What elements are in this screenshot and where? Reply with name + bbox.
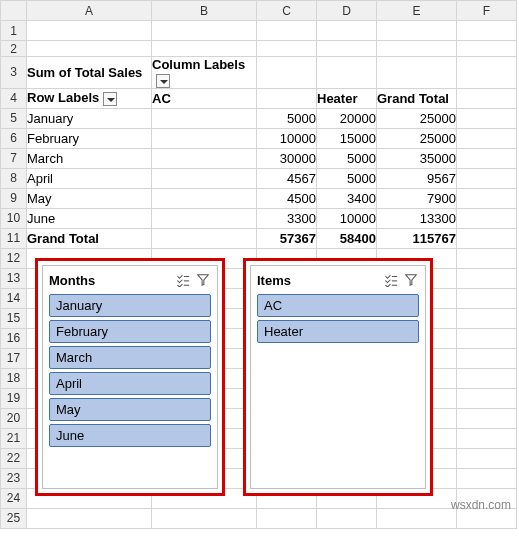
pivot-value[interactable]: 10000 [257,128,317,148]
pivot-row-label[interactable]: March [27,148,152,168]
pivot-value[interactable]: 4500 [257,188,317,208]
pivot-value[interactable]: 35000 [377,148,457,168]
pivot-value[interactable]: 20000 [317,108,377,128]
slicer-items[interactable]: Items AC Heater [243,258,433,496]
pivot-value[interactable]: 5000 [257,108,317,128]
pivot-row-label[interactable]: February [27,128,152,148]
slicer-item[interactable]: AC [257,294,419,317]
slicer-item[interactable]: February [49,320,211,343]
clear-filter-icon[interactable] [195,272,211,288]
col-header-F[interactable]: F [457,1,517,21]
pivot-value[interactable]: 30000 [257,148,317,168]
pivot-value[interactable]: 5000 [317,148,377,168]
pivot-grand-total-label[interactable]: Grand Total [27,228,152,248]
multi-select-icon[interactable] [383,272,399,288]
pivot-col-hdr[interactable]: Heater [317,88,377,108]
row-header[interactable]: 1 [1,21,27,41]
pivot-col-label[interactable]: Column Labels [152,57,257,89]
row-header[interactable]: 11 [1,228,27,248]
select-all-corner[interactable] [1,1,27,21]
row-header[interactable]: 25 [1,508,27,528]
slicer-item[interactable]: March [49,346,211,369]
pivot-value[interactable]: 13300 [377,208,457,228]
row-header[interactable]: 24 [1,488,27,508]
pivot-row-label[interactable]: April [27,168,152,188]
pivot-grand-total[interactable]: 115767 [377,228,457,248]
pivot-grand-total[interactable]: 58400 [317,228,377,248]
slicer-item[interactable]: June [49,424,211,447]
pivot-row-label[interactable]: May [27,188,152,208]
pivot-col-hdr[interactable]: AC [152,88,257,108]
pivot-value[interactable]: 15000 [317,128,377,148]
pivot-value[interactable]: 5000 [317,168,377,188]
pivot-value[interactable]: 3300 [257,208,317,228]
row-header[interactable]: 10 [1,208,27,228]
row-header[interactable]: 6 [1,128,27,148]
slicer-item[interactable]: January [49,294,211,317]
pivot-value[interactable]: 25000 [377,108,457,128]
col-header-C[interactable]: C [257,1,317,21]
pivot-row-label[interactable]: June [27,208,152,228]
row-header[interactable]: 13 [1,268,27,288]
pivot-value[interactable]: 25000 [377,128,457,148]
pivot-value[interactable]: 10000 [317,208,377,228]
row-header[interactable]: 15 [1,308,27,328]
multi-select-icon[interactable] [175,272,191,288]
row-header[interactable]: 9 [1,188,27,208]
pivot-row-label[interactable]: January [27,108,152,128]
row-header[interactable]: 18 [1,368,27,388]
row-header[interactable]: 19 [1,388,27,408]
row-header[interactable]: 16 [1,328,27,348]
slicer-item[interactable]: Heater [257,320,419,343]
clear-filter-icon[interactable] [403,272,419,288]
col-header-B[interactable]: B [152,1,257,21]
pivot-value[interactable]: 7900 [377,188,457,208]
dropdown-icon[interactable] [156,74,170,88]
row-header[interactable]: 4 [1,88,27,108]
watermark: wsxdn.com [451,498,511,512]
row-header[interactable]: 2 [1,41,27,57]
slicer-item[interactable]: April [49,372,211,395]
row-header[interactable]: 7 [1,148,27,168]
pivot-value[interactable]: 3400 [317,188,377,208]
pivot-row-label[interactable]: Row Labels [27,88,152,108]
row-header[interactable]: 12 [1,248,27,268]
row-header[interactable]: 8 [1,168,27,188]
pivot-title[interactable]: Sum of Total Sales [27,57,152,89]
pivot-grand-total[interactable]: 57367 [257,228,317,248]
pivot-col-hdr[interactable]: Grand Total [377,88,457,108]
col-header-E[interactable]: E [377,1,457,21]
row-header[interactable]: 20 [1,408,27,428]
row-header[interactable]: 14 [1,288,27,308]
row-header[interactable]: 5 [1,108,27,128]
col-header-D[interactable]: D [317,1,377,21]
pivot-value[interactable]: 9567 [377,168,457,188]
row-header[interactable]: 23 [1,468,27,488]
pivot-value[interactable]: 4567 [257,168,317,188]
dropdown-icon[interactable] [103,92,117,106]
slicer-item[interactable]: May [49,398,211,421]
row-header[interactable]: 21 [1,428,27,448]
slicer-title: Items [257,273,383,288]
row-header[interactable]: 3 [1,57,27,89]
slicer-months[interactable]: Months January February March April May … [35,258,225,496]
row-header[interactable]: 22 [1,448,27,468]
slicer-title: Months [49,273,175,288]
row-header[interactable]: 17 [1,348,27,368]
col-header-A[interactable]: A [27,1,152,21]
